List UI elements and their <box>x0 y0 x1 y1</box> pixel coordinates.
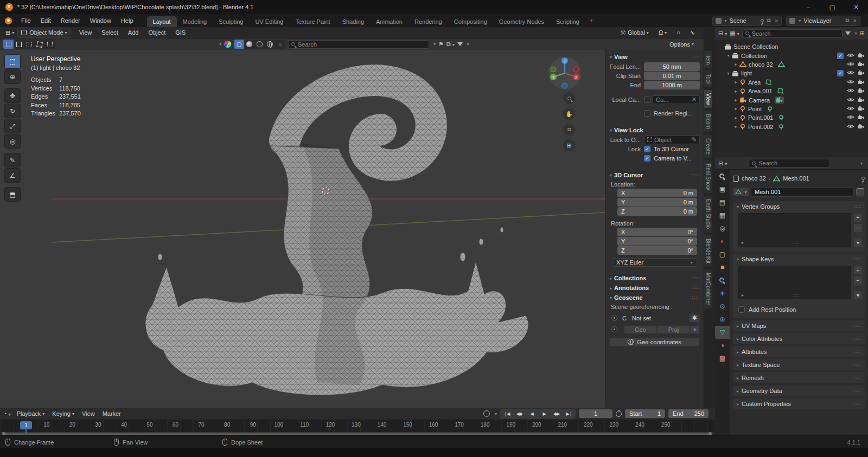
sidebar-tab[interactable]: Real Snow <box>704 160 712 193</box>
hide-eye-icon[interactable] <box>847 61 854 68</box>
local-camera-field[interactable]: Ca...✕ <box>653 95 700 104</box>
proj-button[interactable]: Proj <box>657 325 690 334</box>
workspace-tab[interactable]: Shading <box>336 16 370 27</box>
collapsed-section[interactable]: ▸Geometry Data∷∷ <box>733 385 865 396</box>
outliner-row[interactable]: ▸ Point.002 <box>715 123 868 131</box>
view-lock-section-header[interactable]: ▾View Lock <box>605 125 704 135</box>
select-box-button[interactable] <box>14 40 24 49</box>
lock-camera-checkbox[interactable]: ✓ <box>644 155 650 162</box>
timeline-scrollbar-thumb[interactable] <box>3 433 711 435</box>
workspace-tab[interactable]: Texture Paint <box>289 16 336 27</box>
select-lasso-button[interactable] <box>34 40 44 49</box>
breadcrumb-data[interactable]: Mesh.001 <box>783 175 809 182</box>
mode-selector[interactable]: Object Mode▾ <box>17 28 71 38</box>
editor-type-button[interactable]: ⊞▾ <box>2 28 17 38</box>
outliner-row[interactable]: ▸ Point.001 <box>715 113 868 122</box>
pin-icon[interactable] <box>761 19 764 22</box>
viewport-3d[interactable]: User Perspective (1) light | choco 32 Ob… <box>0 50 704 408</box>
tool-scale[interactable]: ⤢ <box>4 119 21 133</box>
tool-transform[interactable]: ◎ <box>4 134 21 149</box>
hide-eye-icon[interactable] <box>847 106 854 112</box>
timeline-menu-item[interactable]: View <box>78 407 99 420</box>
pan-hand-icon[interactable]: ✋ <box>563 108 575 120</box>
exclude-checkbox[interactable]: ✓ <box>837 70 844 76</box>
disable-render-icon[interactable] <box>858 88 865 94</box>
unlink-scene-icon[interactable]: ✕ <box>774 18 778 24</box>
hide-eye-icon[interactable] <box>847 88 854 94</box>
vertex-group-specials-button[interactable]: ▾ <box>853 238 863 247</box>
shape-keys-list[interactable]: ▸ ∷∷ <box>738 266 851 299</box>
sidebar-tab[interactable]: View <box>704 90 712 108</box>
workspace-tab[interactable]: Layout <box>147 16 177 27</box>
camera-view-icon[interactable]: ⌑ <box>563 124 575 136</box>
transport-button[interactable]: ▶❘ <box>563 409 575 419</box>
tool-measure[interactable]: ∠ <box>4 168 21 183</box>
hide-eye-icon[interactable] <box>847 53 854 59</box>
exclude-checkbox[interactable]: ✓ <box>837 53 844 59</box>
new-viewlayer-icon[interactable]: ⧉ <box>845 17 849 24</box>
crs-radio[interactable] <box>611 315 617 321</box>
disable-render-icon[interactable] <box>858 79 865 86</box>
hide-eye-icon[interactable] <box>847 114 854 121</box>
snap-toggle[interactable]: Ω▾ <box>655 28 670 38</box>
add-vertex-group-button[interactable]: + <box>853 213 863 222</box>
disable-render-icon[interactable] <box>858 114 865 121</box>
tool-rotate[interactable]: ↻ <box>4 104 21 118</box>
menu-item[interactable]: Window <box>85 14 116 27</box>
properties-tab[interactable] <box>715 274 730 287</box>
stopwatch-icon[interactable] <box>616 411 622 417</box>
properties-tab[interactable]: ▢ <box>715 248 730 261</box>
sidebar-tab[interactable]: Earth Studio <box>704 196 712 232</box>
outliner-row[interactable]: ▸ Area <box>715 78 868 87</box>
select-paint-button[interactable] <box>44 40 55 49</box>
axis-value-field[interactable]: Y0 m <box>617 198 697 207</box>
blender-menu-icon[interactable] <box>5 17 12 24</box>
workspace-tab[interactable]: Rendering <box>409 16 448 27</box>
sidebar-tab[interactable]: Tool <box>704 70 712 87</box>
cursor-section-header[interactable]: ▾3D Cursor∷∷ <box>605 170 704 180</box>
hide-eye-icon[interactable] <box>847 70 854 76</box>
geoscene-section-header[interactable]: ▾Geoscene∷∷ <box>605 293 704 302</box>
outliner-row[interactable]: ▸ Point <box>715 105 868 113</box>
transport-button[interactable]: ❘◀ <box>501 409 513 419</box>
workspace-tab[interactable]: Scripting <box>550 16 585 27</box>
timeline-menu-item[interactable]: Keying▾ <box>48 407 78 420</box>
remove-vertex-group-button[interactable]: − <box>853 223 863 233</box>
disable-render-icon[interactable] <box>858 61 865 68</box>
properties-search-input[interactable]: Search <box>749 159 830 168</box>
transport-button[interactable]: ◆▶ <box>551 409 563 419</box>
viewlayer-selector[interactable]: ▾ ViewLayer ⧉ ✕ <box>786 16 860 26</box>
disable-render-icon[interactable] <box>858 70 865 76</box>
geo-button[interactable]: Geo <box>624 325 657 334</box>
add-crs-button[interactable]: + <box>690 325 700 334</box>
axis-value-field[interactable]: Z0° <box>617 246 697 255</box>
disable-render-icon[interactable] <box>858 53 865 59</box>
remove-shape-key-button[interactable]: − <box>853 276 863 285</box>
collapsed-section[interactable]: ▸Texture Space∷∷ <box>733 359 865 370</box>
lock-3d-cursor-checkbox[interactable]: ✓ <box>644 146 650 152</box>
menu-item[interactable]: Edit <box>36 14 56 27</box>
gizmos-toggle[interactable]: ▢ <box>234 40 244 49</box>
minimize-button[interactable]: – <box>796 0 820 14</box>
value-field[interactable]: 1000 m <box>644 81 700 89</box>
timeline-editor-icon[interactable]: ◔▾ <box>3 410 11 417</box>
properties-tab[interactable]: ◎ <box>715 222 730 235</box>
compositor-toggle-icon[interactable]: ⌂ <box>275 40 285 49</box>
vertex-groups-list[interactable]: ▸ ∷∷ <box>738 213 851 247</box>
disable-render-icon[interactable] <box>858 124 865 130</box>
vertex-groups-header[interactable]: ▾Vertex Groups∷∷ <box>733 201 865 212</box>
select-circle-button[interactable] <box>24 40 34 49</box>
collapsed-section[interactable]: ▸Color Attributes∷∷ <box>733 333 865 344</box>
properties-tab[interactable]: ⊙ <box>715 300 730 313</box>
proportional-editing-toggle[interactable]: ○ <box>673 28 684 38</box>
viewport-search-input[interactable]: Search <box>288 40 429 49</box>
properties-tab[interactable]: ∗ <box>715 287 730 300</box>
new-collection-icon[interactable]: ⊞ <box>860 30 865 37</box>
render-region-checkbox[interactable] <box>644 110 650 117</box>
shape-key-specials-button[interactable]: ▾ <box>853 291 863 300</box>
filter-icon[interactable] <box>457 42 463 46</box>
collapsed-section[interactable]: ▸Remesh∷∷ <box>733 372 865 383</box>
overlay-sphere-icon[interactable] <box>244 40 254 49</box>
axis-value-field[interactable]: Y0° <box>617 237 697 246</box>
local-camera-checkbox[interactable] <box>644 96 650 103</box>
